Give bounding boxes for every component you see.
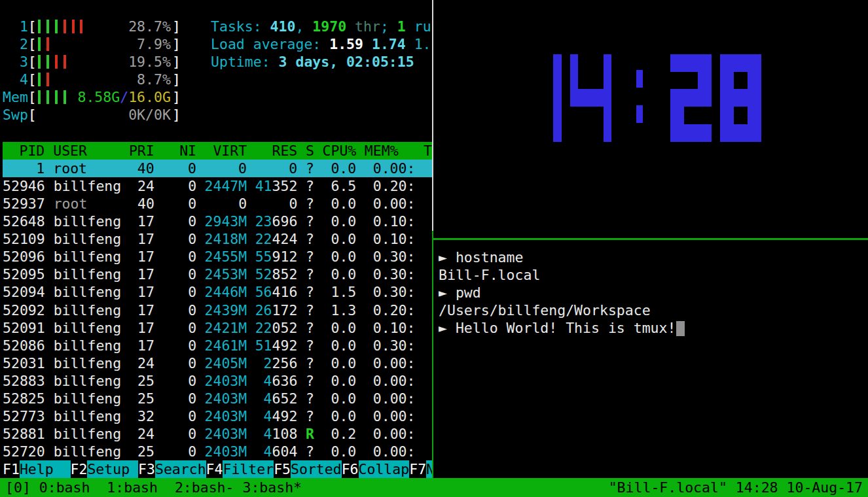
- process-row[interactable]: 52720billfeng2502403M4604?0.00.00:: [3, 443, 432, 460]
- cell-time: 0:: [399, 230, 432, 248]
- cell-virt: 2943M: [196, 213, 247, 230]
- process-row[interactable]: 52946billfeng2402447M41352?6.50.20:: [3, 177, 432, 195]
- fkey-label: Sorted: [291, 460, 342, 478]
- fkey-f6-button[interactable]: F6Collap: [342, 460, 410, 478]
- shell-output-line: Bill-F.local: [439, 266, 868, 284]
- cell-s: R: [297, 425, 314, 443]
- meter-value: 28.7%: [128, 18, 171, 35]
- meter-bar: [63, 90, 66, 104]
- process-row[interactable]: 52648billfeng1702943M23696?0.00.10:: [3, 213, 432, 230]
- fkey-label: Collap: [359, 460, 410, 478]
- cell-pri: 24: [129, 425, 154, 443]
- pane-divider-horizontal[interactable]: [433, 238, 868, 240]
- meter-bar: [55, 20, 58, 33]
- cell-ni: 0: [154, 195, 196, 213]
- cell-s: ?: [297, 372, 314, 390]
- cell-s: ?: [297, 319, 314, 337]
- fkey-number: F1: [3, 460, 20, 478]
- cell-pid: 52091: [3, 319, 45, 337]
- meter-value: 8.58G/16.0G: [77, 88, 170, 106]
- meter-body: 0K/0K: [37, 106, 172, 124]
- cell-cpu: 0.0: [314, 443, 356, 460]
- process-row[interactable]: 52825billfeng2502403M4652?0.00.00:: [3, 390, 432, 407]
- cell-res: 41352: [247, 177, 297, 195]
- process-row[interactable]: 52937root40000?0.00.00:: [3, 195, 432, 213]
- cell-pri: 40: [129, 195, 154, 213]
- meter-close-bracket: ]: [172, 18, 181, 35]
- cell-time: 0:: [399, 390, 432, 407]
- fkey-f1-button[interactable]: F1Help: [3, 460, 71, 478]
- meter-bar: [46, 37, 49, 51]
- pane-divider-vertical-active[interactable]: [432, 231, 433, 478]
- cell-ni: 0: [154, 372, 196, 390]
- process-row[interactable]: 52031billfeng2402405M2256?0.00.00:: [3, 354, 432, 372]
- cell-cpu: CPU%: [314, 142, 356, 160]
- digital-clock: [553, 54, 761, 142]
- process-row[interactable]: 52092billfeng1702439M26172?1.30.20:: [3, 301, 432, 319]
- process-row[interactable]: 52086billfeng1702461M51492?0.00.30:: [3, 337, 432, 354]
- process-row[interactable]: 52773billfeng3202403M4492?0.00.00:: [3, 407, 432, 425]
- cell-virt: 2421M: [196, 319, 247, 337]
- shell-pane[interactable]: ► hostnameBill-F.local► pwd/Users/billfe…: [434, 248, 868, 478]
- cell-time: 0:: [399, 337, 432, 354]
- cell-pri: 24: [129, 177, 154, 195]
- meter-label: Mem: [3, 88, 28, 106]
- meter-open-bracket: [: [28, 36, 37, 52]
- cell-res: 0: [247, 195, 297, 213]
- cell-time: 0:: [399, 195, 432, 213]
- cell-mem: 0.1: [356, 319, 398, 337]
- pane-divider-vertical-inactive[interactable]: [432, 0, 433, 231]
- cell-ni: 0: [154, 354, 196, 372]
- meter-bar: [55, 55, 58, 69]
- cell-pid: 52648: [3, 213, 45, 230]
- cell-time: 0:: [399, 301, 432, 319]
- cell-user: billfeng: [54, 230, 130, 248]
- meter-bar: [38, 73, 41, 86]
- shell-output-line: /Users/billfeng/Workspace: [439, 301, 868, 319]
- fkey-f2-button[interactable]: F2Setup: [71, 460, 139, 478]
- fkey-f3-button[interactable]: F3Search: [138, 460, 206, 478]
- meter-bar: [38, 90, 41, 104]
- process-row[interactable]: 1root40000?0.00.00:: [3, 160, 432, 177]
- cell-pid: 52773: [3, 407, 45, 425]
- fkey-number: F6: [342, 460, 359, 478]
- process-row[interactable]: 52883billfeng2502403M4636?0.00.00:: [3, 372, 432, 390]
- meter-body: 7.9%: [37, 35, 172, 53]
- fkey-label: Search: [155, 460, 206, 478]
- cell-cpu: 0.0: [314, 319, 356, 337]
- process-row[interactable]: 52881billfeng2402403M4108R0.20.00:: [3, 425, 432, 443]
- cell-res: 26172: [247, 301, 297, 319]
- clock-digit-2: [670, 54, 712, 142]
- cell-pri: 17: [129, 337, 154, 354]
- cell-pid: 52937: [3, 195, 45, 213]
- cell-cpu: 0.0: [314, 248, 356, 266]
- meter-close-bracket: ]: [172, 54, 181, 70]
- cell-pid: 52881: [3, 425, 45, 443]
- meter-close-bracket: ]: [172, 107, 181, 123]
- cell-pid: 52092: [3, 301, 45, 319]
- cell-pri: 24: [129, 354, 154, 372]
- process-row[interactable]: 52094billfeng1702446M56416?1.50.30:: [3, 283, 432, 301]
- cell-time: 0:: [399, 425, 432, 443]
- meter-bar: [72, 20, 75, 33]
- cell-ni: 0: [154, 443, 196, 460]
- htop-system-info: Tasks: 410, 1970 thr; 1 ruLoad average: …: [211, 18, 431, 71]
- function-key-bar: F1Help F2Setup F3SearchF4FilterF5SortedF…: [3, 460, 432, 478]
- tmux-window-list[interactable]: [0] 0:bash 1:bash 2:bash- 3:bash*: [5, 478, 302, 497]
- process-row[interactable]: 52096billfeng1702455M55912?0.00.30:: [3, 248, 432, 266]
- cell-virt: 2403M: [196, 372, 247, 390]
- process-row[interactable]: 52091billfeng1702421M22052?0.00.10:: [3, 319, 432, 337]
- cell-res: 4652: [247, 390, 297, 407]
- cell-user: billfeng: [54, 248, 130, 266]
- process-table-header[interactable]: PIDUSERPRINIVIRTRESSCPU%MEM%T: [3, 142, 432, 160]
- htop-pane[interactable]: 1[28.7%] 2[7.9%] 3[19.5%] 4[8.7%]Mem[8.5…: [0, 0, 432, 478]
- process-row[interactable]: 52109billfeng1702418M22424?0.00.10:: [3, 230, 432, 248]
- cell-ni: 0: [154, 213, 196, 230]
- process-row[interactable]: 52095billfeng1702453M52852?0.00.30:: [3, 266, 432, 283]
- fkey-f7-button[interactable]: F7N: [409, 460, 432, 478]
- fkey-f5-button[interactable]: F5Sorted: [274, 460, 342, 478]
- cell-ni: 0: [154, 337, 196, 354]
- cell-virt: 2405M: [196, 354, 247, 372]
- cell-res: 22052: [247, 319, 297, 337]
- fkey-f4-button[interactable]: F4Filter: [206, 460, 274, 478]
